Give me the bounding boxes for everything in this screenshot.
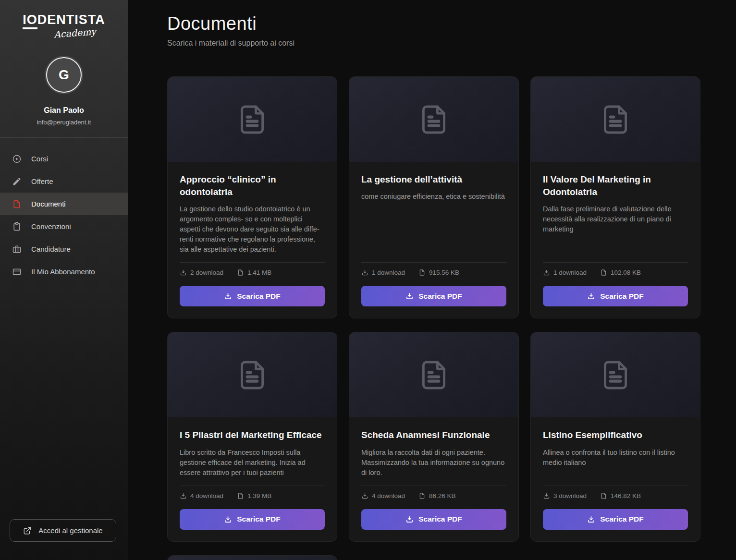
- download-icon: [224, 515, 232, 523]
- download-icon: [224, 292, 232, 300]
- file-size-label: 102.08 KB: [611, 269, 641, 276]
- file-size-label: 1.41 MB: [247, 269, 271, 276]
- scarica-pdf-label: Scarica PDF: [237, 515, 280, 523]
- document-card-body: Il Valore Del Marketing in Odontoiatria …: [531, 162, 700, 318]
- document-stats: 1 download 915.56 KB: [361, 269, 506, 276]
- document-card-body: Approccio “clinico” in odontoiatria La g…: [168, 162, 337, 318]
- accedi-gestionale-button[interactable]: Accedi al gestionale: [10, 519, 116, 542]
- scarica-pdf-button[interactable]: Scarica PDF: [361, 509, 506, 530]
- file-icon: [237, 492, 244, 499]
- file-icon: [600, 492, 607, 499]
- pen-icon: [12, 177, 22, 186]
- card-divider: [543, 486, 688, 486]
- document-description: Dalla fase preliminare di valutazione de…: [543, 204, 688, 255]
- document-title: Approccio “clinico” in odontoiatria: [180, 173, 325, 198]
- logo-dentista: DENTISTA: [37, 12, 105, 27]
- sidebar-item-label: Il Mio Abbonamento: [31, 268, 95, 276]
- document-card-body: I 5 Pilastri del Marketing Efficace Libr…: [168, 417, 337, 541]
- download-icon: [180, 269, 187, 276]
- file-size-label: 86.26 KB: [429, 492, 456, 499]
- document-card: Approccio “clinico” in odontoiatria La g…: [167, 76, 337, 318]
- sidebar-item-convenzioni[interactable]: Convenzioni: [0, 215, 128, 238]
- download-icon: [180, 492, 187, 499]
- download-count-label: 1 download: [553, 269, 587, 276]
- document-stats: 1 download 102.08 KB: [543, 269, 688, 276]
- scarica-pdf-button[interactable]: Scarica PDF: [180, 509, 325, 530]
- download-icon: [587, 515, 595, 523]
- document-thumbnail: [168, 77, 337, 162]
- card-divider: [180, 486, 325, 486]
- scarica-pdf-button[interactable]: Scarica PDF: [543, 509, 688, 530]
- file-text-icon: [235, 358, 270, 392]
- document-description: come coniugare efficienza, etica e soste…: [361, 192, 506, 255]
- file-size: 915.56 KB: [418, 269, 459, 276]
- document-title: I 5 Pilastri del Marketing Efficace: [180, 429, 325, 441]
- external-link-icon: [23, 526, 32, 535]
- main-content: Documenti Scarica i materiali di support…: [128, 0, 736, 560]
- card-divider: [361, 486, 506, 486]
- document-description: Allinea o confronta il tuo listino con i…: [543, 448, 688, 478]
- download-count-label: 1 download: [372, 269, 405, 276]
- file-text-icon: [598, 102, 633, 137]
- file-icon: [418, 269, 426, 276]
- file-size-label: 146.82 KB: [611, 492, 641, 499]
- document-stats: 4 download 86.26 KB: [361, 492, 506, 499]
- document-card: Il Valore Del Marketing in Odontoiatria …: [530, 76, 700, 318]
- document-icon: [12, 199, 22, 209]
- scarica-pdf-button[interactable]: Scarica PDF: [361, 286, 506, 306]
- scarica-pdf-label: Scarica PDF: [237, 292, 280, 301]
- download-icon: [543, 269, 550, 276]
- sidebar-item-documenti[interactable]: Documenti: [0, 193, 128, 215]
- file-text-icon: [417, 358, 451, 392]
- sidebar-item-label: Corsi: [31, 155, 48, 163]
- play-circle-icon: [12, 154, 22, 164]
- download-count: 2 download: [180, 269, 223, 276]
- sidebar-item-candidature[interactable]: Candidature: [0, 238, 128, 260]
- download-count: 4 download: [180, 492, 223, 499]
- download-icon: [361, 269, 368, 276]
- sidebar-item-corsi[interactable]: Corsi: [0, 147, 128, 170]
- download-count: 3 download: [543, 492, 587, 499]
- download-icon: [405, 292, 414, 300]
- document-title: Scheda Anamnesi Funzionale: [361, 429, 506, 441]
- download-icon: [361, 492, 368, 499]
- document-stats: 2 download 1.41 MB: [180, 269, 325, 276]
- file-icon: [237, 269, 244, 276]
- document-card: Listino Esemplificativo Allinea o confro…: [530, 332, 700, 541]
- scarica-pdf-label: Scarica PDF: [600, 515, 643, 523]
- download-icon: [587, 292, 595, 300]
- file-size-label: 1.39 MB: [247, 492, 271, 499]
- download-count-label: 4 download: [190, 492, 223, 499]
- document-card-partial: [167, 555, 337, 560]
- document-card-body: Listino Esemplificativo Allinea o confro…: [531, 417, 700, 541]
- accedi-gestionale-label: Accedi al gestionale: [38, 526, 102, 535]
- logo-io: IO: [23, 12, 37, 29]
- download-count-label: 3 download: [553, 492, 587, 499]
- user-email: info@perugiadent.it: [0, 119, 128, 126]
- file-size: 1.39 MB: [237, 492, 271, 499]
- document-thumbnail: [349, 77, 518, 162]
- sidebar-item-label: Offerte: [31, 177, 53, 185]
- sidebar-item-label: Documenti: [31, 200, 66, 208]
- page-subtitle: Scarica i materiali di supporto ai corsi: [167, 39, 700, 48]
- sidebar: IODENTISTA Academy G Gian Paolo info@per…: [0, 0, 128, 560]
- sidebar-divider: [0, 137, 128, 138]
- document-card: La gestione dell’attività come coniugare…: [349, 76, 519, 318]
- document-stats: 4 download 1.39 MB: [180, 492, 325, 499]
- document-description: Libro scritto da Francesco Imposti sulla…: [180, 448, 325, 478]
- scarica-pdf-button[interactable]: Scarica PDF: [180, 286, 325, 306]
- document-thumbnail: [531, 77, 700, 162]
- scarica-pdf-button[interactable]: Scarica PDF: [543, 286, 688, 306]
- document-thumbnail: [531, 332, 700, 417]
- sidebar-item-label: Convenzioni: [31, 222, 71, 231]
- sidebar-item-abbonamento[interactable]: Il Mio Abbonamento: [0, 260, 128, 283]
- scarica-pdf-label: Scarica PDF: [418, 515, 462, 523]
- document-stats: 3 download 146.82 KB: [543, 492, 688, 499]
- download-count-label: 2 download: [190, 269, 223, 276]
- card-divider: [543, 262, 688, 263]
- sidebar-nav: Corsi Offerte Documenti Convenzioni Cand…: [0, 147, 128, 283]
- download-icon: [405, 515, 414, 523]
- sidebar-item-offerte[interactable]: Offerte: [0, 170, 128, 193]
- avatar: G: [46, 57, 82, 93]
- file-size-label: 915.56 KB: [429, 269, 459, 276]
